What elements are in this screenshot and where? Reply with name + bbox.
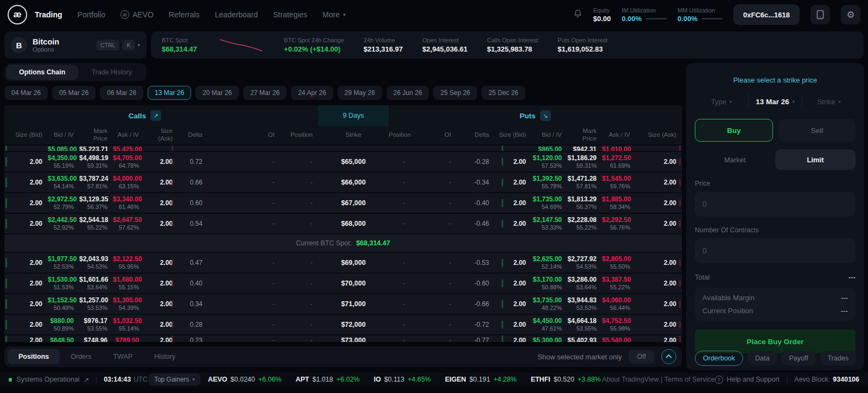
chevron-down-icon: ▾ <box>839 99 841 104</box>
utc-time: 03:14:43 <box>104 376 131 383</box>
options-row[interactable]: 2.00$4,350.0055.19%$4,498.1959.31%$4,705… <box>4 152 682 172</box>
expiry-date-pill[interactable]: 04 Mar 26 <box>4 86 48 100</box>
kbd-ctrl: CTRL <box>96 40 119 50</box>
panel-tab-payoff[interactable]: Payoff <box>781 351 815 365</box>
expiry-dropdown[interactable]: 13 Mar 26▾ <box>748 94 802 109</box>
expiry-date-pill[interactable]: 29 May 26 <box>338 86 382 100</box>
call-oi-cell: - <box>208 199 280 207</box>
system-status[interactable]: Systems Operational <box>16 376 79 383</box>
call-ask-cell: $789.5054.80% <box>113 337 144 342</box>
expiry-date-pill[interactable]: 05 Mar 26 <box>52 86 96 100</box>
column-header: Size (Ask) <box>636 131 682 139</box>
expiry-date-pill[interactable]: 20 Mar 26 <box>195 86 239 100</box>
options-row[interactable]: 2.00$3,635.0054.14%$3,787.2457.81%$4,000… <box>4 173 682 192</box>
call-position-cell: - <box>280 280 318 287</box>
bottom-tab-history[interactable]: History <box>143 349 186 364</box>
options-row[interactable]: 2.00$648.5050.12%$748.9653.40%$789.5054.… <box>4 335 682 342</box>
price: $789.50 <box>113 337 139 342</box>
options-row[interactable]: 2.00$5,085.0056.21%$5,223.7160.34%$5,425… <box>4 145 682 151</box>
mobile-app-button[interactable] <box>810 5 830 24</box>
options-row[interactable]: 2.00$2,972.5052.79%$3,129.3556.37%$3,340… <box>4 193 682 213</box>
put-oi-cell: - <box>410 199 457 207</box>
call-delta-cell: 0.40 <box>178 280 208 287</box>
bottom-tab-orders[interactable]: Orders <box>60 349 102 364</box>
bell-icon[interactable] <box>573 9 582 21</box>
price-input[interactable] <box>695 192 856 217</box>
put-size-ask-cell: 2.00 <box>636 300 682 308</box>
expiry-date-pill[interactable]: 25 Dec 26 <box>481 86 525 100</box>
wallet-address-button[interactable]: 0xFC6c...1618 <box>733 4 800 25</box>
depth-bar <box>5 178 7 187</box>
chevron-down-icon: ▾ <box>793 99 795 104</box>
panel-tab-trades[interactable]: Trades <box>820 351 856 365</box>
contracts-input[interactable] <box>695 238 856 263</box>
options-row[interactable]: 2.00$880.0050.89%$976.1753.55%$1,032.505… <box>4 315 682 334</box>
ticker-symbol: AEVO <box>208 376 227 383</box>
puts-expand-icon[interactable]: ↘ <box>540 110 551 121</box>
price: $3,735.00 <box>531 296 562 304</box>
options-row[interactable]: 2.00$1,530.0051.53%$1,601.6653.64%$1,680… <box>4 274 682 293</box>
options-row[interactable]: 2.00$1,152.5050.49%$1,257.0053.53%$1,305… <box>4 294 682 314</box>
mm-utilization-stat: MM Utilization 0.00% <box>677 7 723 23</box>
tab-trade-history[interactable]: Trade History <box>78 65 145 80</box>
call-position-cell: - <box>280 300 318 308</box>
aevo-logo[interactable]: æ <box>8 5 27 24</box>
collapse-panel-button[interactable] <box>661 349 676 364</box>
ticker-item[interactable]: APT$1.018+6.02% <box>295 376 359 383</box>
limit-order-tab[interactable]: Limit <box>775 149 856 170</box>
options-row[interactable]: 2.00$1,977.5052.53%$2,043.9354.53%$2,122… <box>4 253 682 272</box>
nav-item-strategies[interactable]: Strategies <box>273 10 307 19</box>
buy-button[interactable]: Buy <box>695 119 773 142</box>
market-order-tab[interactable]: Market <box>695 149 775 170</box>
bottom-tab-positions[interactable]: Positions <box>8 349 60 364</box>
ticker-item[interactable]: EIGEN$0.191+4.28% <box>445 376 517 383</box>
tab-options-chain[interactable]: Options Chain <box>6 65 78 80</box>
top-gainers-dropdown[interactable]: Top Gainers▾ <box>149 373 200 385</box>
calls-expand-icon[interactable]: ↗ <box>150 110 161 121</box>
nav-item-leaderboard[interactable]: Leaderboard <box>215 10 258 19</box>
expiry-date-pill[interactable]: 27 Mar 26 <box>243 86 287 100</box>
call-position-cell: - <box>280 259 318 267</box>
nav-item-portfolio[interactable]: Portfolio <box>78 10 105 19</box>
expiry-date-pill[interactable]: 25 Sep 26 <box>433 86 477 100</box>
depth-bar <box>679 220 681 227</box>
price: $4,498.19 <box>79 154 107 162</box>
expiry-date-pill[interactable]: 24 Apr 26 <box>291 86 333 100</box>
ticker-item[interactable]: ETHFI$0.520+3.88% <box>531 376 601 383</box>
market-selector[interactable]: B Bitcoin Options CTRL K ▾ <box>4 31 147 59</box>
panel-tab-orderbook[interactable]: Orderbook <box>695 351 743 366</box>
expiry-date-pill[interactable]: 26 Jun 26 <box>387 86 429 100</box>
expiry-date-pill[interactable]: 13 Mar 26 <box>148 86 191 100</box>
type-dropdown[interactable]: Type▾ <box>695 94 748 109</box>
implied-volatility: 55.19% <box>48 162 74 169</box>
panel-tab-data[interactable]: Data <box>747 351 777 365</box>
nav-item-more[interactable]: More▾ <box>322 10 345 19</box>
depth-bar <box>502 179 503 187</box>
bottom-tab-twap[interactable]: TWAP <box>102 349 143 364</box>
tradingview-links[interactable]: About TradingView | Terms of Service <box>602 376 715 383</box>
help-and-support-link[interactable]: Help and Support <box>727 376 780 383</box>
depth-bar <box>679 145 681 151</box>
put-mark-cell: $3,944.8353.53% <box>567 296 602 312</box>
margin-summary: Available Margin --- Current Position --… <box>695 288 856 321</box>
ticker-item[interactable]: AEVO$0.0240+6.06% <box>208 376 281 383</box>
puts-header: Puts <box>519 112 535 120</box>
expiry-date-pill[interactable]: 06 Mar 26 <box>100 86 143 100</box>
options-row[interactable]: 2.00$2,442.5052.92%$2,544.1855.22%$2,647… <box>4 214 682 233</box>
nav-item-trading[interactable]: Trading <box>35 10 62 19</box>
column-header: OI <box>208 131 280 139</box>
call-position-cell: - <box>280 158 318 166</box>
ticker-item[interactable]: IO$0.113+4.65% <box>373 376 430 383</box>
strike-dropdown[interactable]: Strike▾ <box>802 94 856 109</box>
stat-value: $1,619,052.83 <box>557 45 607 53</box>
sell-button[interactable]: Sell <box>778 119 856 142</box>
im-utilization-stat: IM Utilization 0.00% <box>622 7 667 23</box>
bottom-panel: PositionsOrdersTWAPHistory Show selected… <box>4 346 682 367</box>
implied-volatility: 55.78% <box>531 183 562 190</box>
price: $2,544.18 <box>79 216 107 224</box>
mm-value: 0.00% <box>677 15 698 23</box>
show-selected-market-toggle[interactable]: Off <box>629 350 655 363</box>
settings-gear-button[interactable]: ⚙ <box>841 5 860 24</box>
nav-item-aevo[interactable]: æAEVO <box>121 10 154 19</box>
nav-item-referrals[interactable]: Referrals <box>169 10 200 19</box>
